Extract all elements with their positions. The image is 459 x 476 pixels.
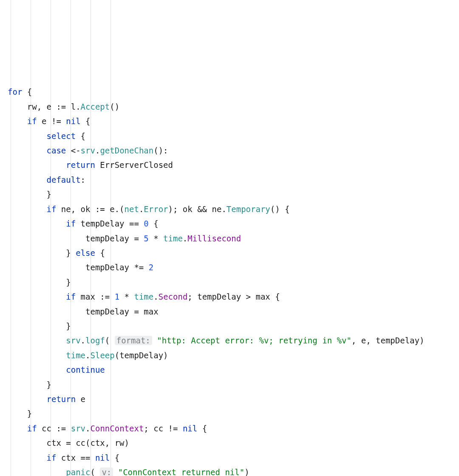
- code-text: () {: [270, 204, 290, 214]
- keyword-if: if: [27, 424, 37, 433]
- code-text: tempDelay ==: [76, 219, 144, 228]
- code-text: {: [110, 453, 119, 462]
- code-number: 2: [149, 263, 153, 272]
- code-text: <-: [66, 146, 80, 155]
- code-text: *: [149, 234, 163, 243]
- keyword-for: for: [8, 87, 22, 96]
- code-text: }: [27, 409, 32, 418]
- code-ident: getDoneChan: [100, 146, 153, 155]
- code-text: [152, 336, 157, 345]
- code-number: 5: [144, 234, 148, 243]
- code-text: [71, 248, 76, 258]
- code-ident: Second: [159, 292, 188, 301]
- code-text: {: [22, 87, 32, 96]
- code-text: e !=: [37, 116, 66, 126]
- code-number: 1: [115, 292, 119, 301]
- keyword-continue: continue: [66, 365, 105, 374]
- code-ident: net: [125, 204, 139, 214]
- code-ident: Error: [144, 204, 168, 214]
- param-hint: format:: [115, 336, 152, 345]
- code-text: tempDelay *=: [85, 263, 149, 272]
- keyword-if: if: [47, 204, 57, 214]
- keyword-nil: nil: [95, 453, 110, 462]
- keyword-default: default: [47, 175, 81, 184]
- code-text: {: [81, 116, 91, 126]
- code-text: (): [110, 102, 119, 111]
- code-text: (: [105, 336, 110, 345]
- code-text: rw, e := l.: [27, 102, 81, 111]
- code-text: {: [197, 424, 207, 433]
- code-text: ():: [153, 146, 168, 155]
- code-text: .: [183, 234, 187, 243]
- code-ident: time: [163, 234, 183, 243]
- keyword-if: if: [66, 219, 76, 228]
- code-ident: srv: [71, 424, 85, 433]
- code-ident: time: [134, 292, 153, 301]
- code-text: }: [47, 190, 51, 199]
- code-text: .: [85, 424, 90, 433]
- keyword-return: return: [47, 394, 76, 404]
- code-ident: logf: [85, 336, 105, 345]
- keyword-if: if: [47, 453, 57, 462]
- code-text: [113, 468, 118, 476]
- param-hint: v:: [100, 468, 113, 476]
- code-ident: Millisecond: [187, 234, 241, 243]
- code-ident: Sleep: [91, 351, 115, 360]
- code-text: .: [81, 336, 85, 345]
- code-text: *: [119, 292, 134, 301]
- code-text: ; cc !=: [144, 424, 183, 433]
- code-text: {: [149, 219, 159, 228]
- code-text: }: [47, 380, 51, 389]
- code-text: }: [66, 321, 71, 331]
- code-text: (tempDelay): [115, 351, 168, 360]
- code-text: ctx = cc(ctx, rw): [47, 438, 129, 448]
- code-text: ctx ==: [56, 453, 95, 462]
- code-text: }: [66, 248, 71, 258]
- keyword-nil: nil: [183, 424, 197, 433]
- code-text: :: [81, 175, 85, 184]
- code-text: ): [244, 468, 249, 476]
- code-ident: time: [66, 351, 85, 360]
- keyword-else: else: [76, 248, 95, 258]
- code-ident: panic: [66, 468, 90, 476]
- code-text: e: [76, 394, 85, 404]
- code-text: {: [95, 248, 105, 258]
- code-text: .: [153, 292, 158, 301]
- code-text: {: [76, 131, 85, 141]
- code-text: ne, ok := e.(: [56, 204, 124, 214]
- code-text: cc :=: [37, 424, 71, 433]
- code-string: "http: Accept error: %v; retrying in %v": [157, 336, 351, 345]
- keyword-if: if: [66, 292, 76, 301]
- keyword-if: if: [27, 116, 37, 126]
- code-block: for { rw, e := l.Accept() if e != nil { …: [0, 0, 459, 476]
- code-text: .: [95, 146, 100, 155]
- code-text: tempDelay = max: [85, 307, 159, 316]
- code-ident: ConnContext: [91, 424, 144, 433]
- code-text: max :=: [76, 292, 115, 301]
- keyword-case: case: [47, 146, 66, 155]
- code-string: "ConnContext returned nil": [118, 468, 244, 476]
- code-ident: srv: [81, 146, 95, 155]
- code-text: (: [90, 468, 95, 476]
- code-text: }: [66, 278, 71, 287]
- keyword-return: return: [66, 160, 95, 170]
- code-text: ErrServerClosed: [95, 160, 173, 170]
- code-ident: Temporary: [227, 204, 270, 214]
- keyword-select: select: [47, 131, 76, 141]
- code-text: , e, tempDelay): [351, 336, 425, 345]
- code-number: 0: [144, 219, 148, 228]
- keyword-nil: nil: [66, 116, 80, 126]
- code-text: .: [85, 351, 90, 360]
- code-ident: srv: [66, 336, 80, 345]
- code-ident: Accept: [81, 102, 110, 111]
- code-text: ; tempDelay > max {: [187, 292, 280, 301]
- code-text: .: [139, 204, 144, 214]
- code-text: ); ok && ne.: [168, 204, 227, 214]
- code-text: tempDelay =: [85, 234, 144, 243]
